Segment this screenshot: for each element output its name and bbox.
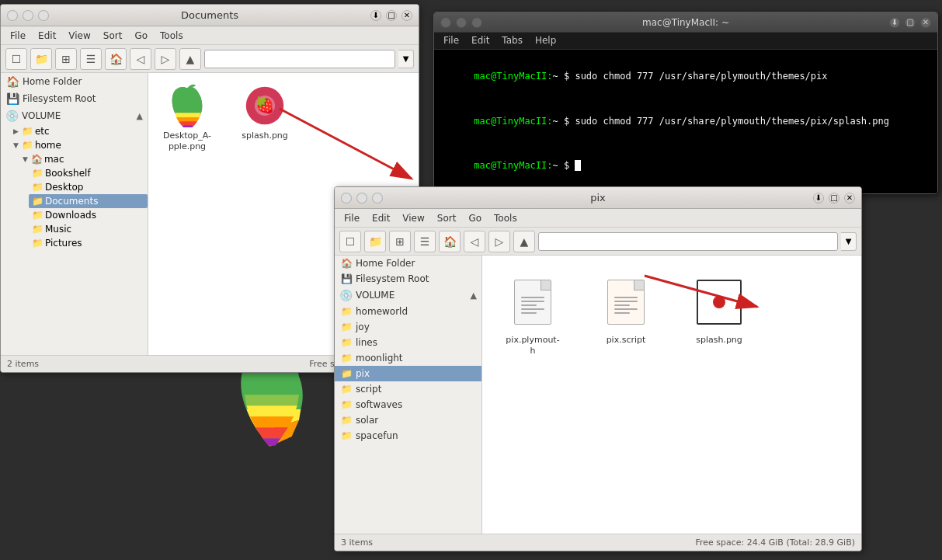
pix-menu-sort[interactable]: Sort [433,211,461,225]
pix-folder-homeworld[interactable]: 📁 homeworld [335,304,481,319]
back-btn[interactable]: ◁ [130,48,151,70]
menu-sort[interactable]: Sort [99,29,127,43]
pix-folder-joy[interactable]: 📁 joy [335,319,481,335]
pictures-row[interactable]: 📁 Pictures [29,236,148,250]
pix-menu-edit[interactable]: Edit [367,211,395,225]
pix-label: pix [356,368,370,379]
terminal-title: mac@TinyMacII: ~ [482,17,889,28]
term-cmd-2: ~ $ sudo chmod 777 /usr/share/plymouth/t… [553,116,889,127]
file-desktop-apple[interactable]: Desktop_A-pple.png [156,81,218,156]
view-folder-btn[interactable]: 📁 [30,48,52,70]
terminal-body[interactable]: mac@TinyMacII:~ $ sudo chmod 777 /usr/sh… [434,50,937,193]
sidebar-home-folder[interactable]: 🏠 Home Folder [1,73,148,90]
up-btn[interactable]: ▲ [179,48,201,70]
pix-back[interactable]: ◁ [464,231,485,252]
pix-window: pix ⬇ □ ✕ File Edit View Sort Go Tools ☐… [334,186,862,551]
pix-menu-go[interactable]: Go [464,211,486,225]
splash-file-label-pix: splash.png [696,335,742,346]
pix-folder-spacefun[interactable]: 📁 spacefun [335,428,481,443]
sidebar-filesystem-root[interactable]: 💾 Filesystem Root [1,90,148,107]
mac-label: mac [44,154,64,165]
pix-eject-btn[interactable]: ▲ [471,290,477,301]
pix-address-bar[interactable]: /usr/share/plymouth/themes/pix [538,232,838,251]
bookshelf-row[interactable]: 📁 Bookshelf [29,166,148,180]
pix-folder-pix[interactable]: 📁 pix [335,366,481,381]
pix-home[interactable]: 🏠 [439,231,461,252]
view-grid-btn[interactable]: ⊞ [55,48,77,70]
terminal-left-controls [440,17,482,28]
downloads-row[interactable]: 📁 Downloads [29,208,148,222]
pix-folder-solar[interactable]: 📁 solar [335,412,481,428]
terminal-action-3[interactable]: ✕ [920,17,931,28]
mac-home-icon: 🏠 [31,154,43,165]
forward-btn[interactable]: ▷ [155,48,176,70]
pix-up[interactable]: ▲ [513,231,535,252]
pix-max-btn[interactable] [372,193,383,203]
pix-folder-script[interactable]: 📁 script [335,381,481,397]
terminal-line-2: mac@TinyMacII:~ $ sudo chmod 777 /usr/sh… [440,99,931,144]
pix-view-grid[interactable]: ⊞ [389,231,411,252]
pix-file-splash[interactable]: splash.png [684,271,754,360]
pix-min-btn[interactable] [356,193,367,203]
sidebar-fs-label: Filesystem Root [23,93,96,104]
pix-view-single[interactable]: ☐ [339,231,361,252]
close-button[interactable] [7,10,18,21]
terminal-menu-help[interactable]: Help [530,34,561,47]
titlebar-close-btn[interactable]: ✕ [401,10,412,21]
menu-edit[interactable]: Edit [33,29,61,43]
terminal-menu-tabs[interactable]: Tabs [497,34,527,47]
pix-file-script[interactable]: pix.script [591,271,661,360]
terminal-action-1[interactable]: ⬇ [889,17,900,28]
pix-action-1[interactable]: ⬇ [813,193,824,203]
terminal-menu-file[interactable]: File [439,34,464,47]
pix-forward[interactable]: ▷ [488,231,510,252]
home-btn[interactable]: 🏠 [105,48,127,70]
documents-row[interactable]: 📁 Documents [29,194,148,208]
terminal-menu-edit[interactable]: Edit [467,34,494,47]
view-list-btn[interactable]: ☰ [80,48,102,70]
pix-folder-lines[interactable]: 📁 lines [335,335,481,350]
pix-address-dropdown[interactable]: ▼ [841,232,857,251]
eject-btn[interactable]: ▲ [137,111,143,121]
home-row[interactable]: ▼ 📁 home [10,138,148,152]
maximize-button[interactable] [38,10,49,21]
pix-sidebar-fs[interactable]: 💾 Filesystem Root [335,271,481,287]
terminal-close-btn[interactable] [440,17,451,28]
terminal-max-btn[interactable] [471,17,482,28]
pix-file-plymouth[interactable]: pix.plymout-h [498,271,568,360]
pix-menu-file[interactable]: File [339,211,364,225]
mac-row[interactable]: ▼ 🏠 mac [19,152,148,166]
desktop-row[interactable]: 📁 Desktop [29,180,148,194]
menu-file[interactable]: File [5,29,30,43]
terminal-min-btn[interactable] [456,17,467,28]
pix-folder-softwaves[interactable]: 📁 softwaves [335,397,481,412]
etc-row[interactable]: ▶ 📁 etc [10,124,148,138]
menu-view[interactable]: View [64,29,95,43]
music-label: Music [45,224,71,235]
view-single-btn[interactable]: ☐ [5,48,27,70]
titlebar-action-1[interactable]: ⬇ [370,10,381,21]
terminal-menubar: File Edit Tabs Help [434,33,937,50]
minimize-button[interactable] [23,10,33,21]
pix-view-folder[interactable]: 📁 [364,231,386,252]
titlebar-action-2[interactable]: □ [386,10,397,21]
music-row[interactable]: 📁 Music [29,222,148,236]
documents-label: Documents [45,196,98,207]
pix-view-list[interactable]: ☰ [414,231,436,252]
pix-titlebar: pix ⬇ □ ✕ [335,187,861,209]
pix-folder-moonlight[interactable]: 📁 moonlight [335,350,481,366]
pix-title: pix [383,192,813,203]
solar-icon: 📁 [341,415,353,426]
pix-menu-view[interactable]: View [398,211,429,225]
pix-close-btn[interactable] [341,193,352,203]
menu-tools[interactable]: Tools [155,29,188,43]
pix-menu-tools[interactable]: Tools [489,211,522,225]
terminal-action-2[interactable]: □ [905,17,916,28]
pix-action-3[interactable]: ✕ [844,193,855,203]
menu-go[interactable]: Go [130,29,152,43]
pix-sidebar-home[interactable]: 🏠 Home Folder [335,256,481,271]
file-splash-docs[interactable]: 🍓 splash.png [234,81,296,156]
address-dropdown[interactable]: ▼ [398,50,414,68]
address-bar[interactable]: /home/mac/Documer [204,50,395,68]
pix-action-2[interactable]: □ [829,193,839,203]
